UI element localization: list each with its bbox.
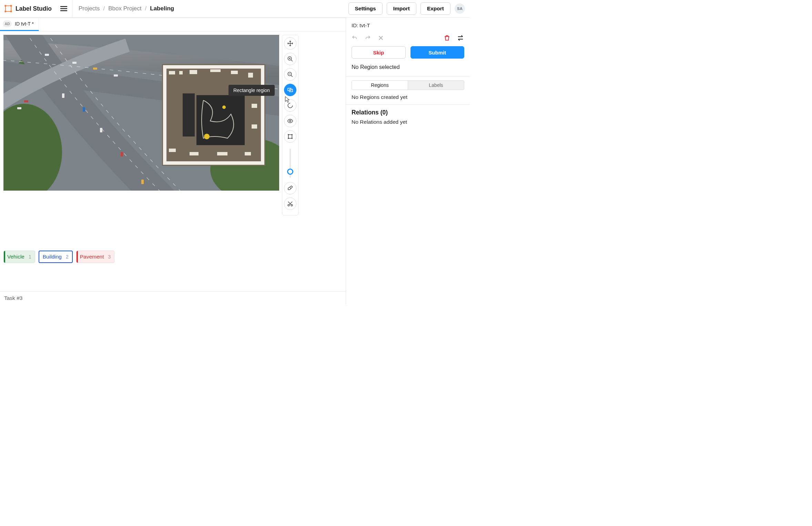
rectangle-tool[interactable]	[284, 84, 296, 96]
svg-point-27	[222, 105, 226, 109]
segment-regions[interactable]: Regions	[352, 81, 408, 90]
svg-rect-18	[121, 152, 123, 156]
svg-rect-22	[17, 107, 21, 109]
svg-rect-38	[217, 152, 227, 155]
label-pavement[interactable]: Pavement 3	[76, 251, 115, 263]
breadcrumb-current: Labeling	[150, 5, 174, 12]
label-vehicle[interactable]: Vehicle 1	[3, 251, 35, 263]
task-tab-label: ID tvt-T *	[15, 21, 34, 27]
svg-rect-54	[292, 138, 293, 139]
svg-point-26	[204, 134, 210, 139]
export-button[interactable]: Export	[420, 2, 450, 15]
loading-tool[interactable]	[284, 99, 296, 112]
no-regions-text: No Regions created yet	[346, 93, 470, 104]
breadcrumbs: Projects / Bbox Project / Labeling	[72, 5, 348, 12]
task-tab-row: AD ID tvt-T *	[0, 18, 346, 31]
svg-rect-35	[252, 124, 257, 129]
label-building[interactable]: Building 2	[39, 251, 73, 263]
label-vehicle-hotkey: 1	[29, 254, 31, 260]
tool-column	[282, 35, 298, 215]
svg-rect-37	[190, 152, 199, 155]
zoom-slider[interactable]	[290, 149, 291, 178]
svg-rect-29	[179, 71, 183, 74]
footer-task: Task #3	[0, 291, 346, 304]
no-relations-text: No Relations added yet	[346, 119, 470, 129]
top-bar: Label Studio Projects / Bbox Project / L…	[0, 0, 470, 18]
svg-rect-1	[4, 5, 6, 7]
label-vehicle-name: Vehicle	[7, 254, 24, 260]
svg-rect-0	[6, 6, 11, 12]
logo-block[interactable]: Label Studio	[3, 5, 55, 12]
svg-rect-25	[183, 93, 195, 136]
breadcrumb-projects[interactable]: Projects	[79, 5, 100, 12]
svg-rect-33	[248, 73, 253, 78]
move-tool[interactable]	[284, 37, 296, 50]
svg-rect-2	[10, 5, 12, 7]
bbox-tool[interactable]	[284, 130, 296, 143]
breadcrumb-separator: /	[145, 5, 147, 12]
svg-rect-19	[62, 93, 64, 98]
svg-rect-14	[93, 68, 97, 70]
label-building-hotkey: 2	[66, 254, 69, 260]
svg-rect-20	[141, 180, 144, 184]
svg-rect-50	[288, 135, 292, 139]
label-pavement-name: Pavement	[80, 254, 104, 260]
svg-line-45	[291, 75, 293, 77]
canvas-area: Rectangle region Vehicle 1 Building 2	[0, 31, 346, 304]
visibility-tool[interactable]	[284, 115, 296, 127]
user-avatar[interactable]: SA	[455, 3, 465, 14]
settings-button[interactable]: Settings	[348, 2, 383, 15]
swap-icon[interactable]	[457, 35, 464, 41]
svg-line-55	[290, 188, 291, 189]
task-id-label: ID: tvt-T	[352, 22, 464, 28]
svg-point-49	[290, 120, 291, 122]
svg-rect-3	[4, 11, 6, 12]
task-number-label: Task #3	[4, 295, 22, 301]
regions-labels-segment: Regions Labels	[352, 80, 464, 90]
svg-rect-28	[169, 71, 175, 74]
svg-rect-4	[10, 11, 12, 12]
undo-icon[interactable]	[352, 35, 358, 41]
hamburger-icon[interactable]	[60, 4, 68, 13]
svg-line-41	[291, 60, 293, 61]
svg-rect-16	[83, 107, 85, 112]
submit-button[interactable]: Submit	[410, 46, 465, 59]
skip-button[interactable]: Skip	[352, 46, 406, 59]
label-pavement-hotkey: 3	[108, 254, 111, 260]
logo-icon	[4, 5, 12, 12]
svg-rect-39	[245, 152, 251, 155]
svg-rect-34	[252, 104, 257, 108]
svg-rect-12	[45, 54, 49, 56]
svg-rect-21	[24, 100, 28, 102]
task-tab[interactable]: AD ID tvt-T *	[0, 18, 39, 31]
label-building-name: Building	[43, 254, 62, 260]
breadcrumb-project-name[interactable]: Bbox Project	[108, 5, 141, 12]
zoom-in-tool[interactable]	[284, 53, 296, 65]
import-button[interactable]: Import	[387, 2, 416, 15]
app-name: Label Studio	[16, 5, 52, 12]
svg-rect-30	[190, 70, 197, 74]
top-actions: Settings Import Export SA	[348, 2, 466, 15]
svg-rect-51	[288, 134, 289, 135]
cut-tool[interactable]	[284, 198, 296, 210]
svg-rect-53	[288, 138, 289, 139]
breadcrumb-separator: /	[103, 5, 105, 12]
side-panel: ID: tvt-T	[346, 18, 470, 304]
eraser-tool[interactable]	[284, 182, 296, 194]
zoom-out-tool[interactable]	[284, 68, 296, 81]
close-icon[interactable]	[378, 35, 384, 41]
svg-rect-52	[292, 134, 293, 135]
aerial-image[interactable]	[3, 35, 279, 191]
no-region-selected-label: No Region selected	[352, 64, 464, 70]
svg-rect-17	[100, 128, 102, 132]
segment-labels[interactable]: Labels	[408, 81, 464, 90]
redo-icon[interactable]	[365, 35, 371, 41]
workspace: AD ID tvt-T *	[0, 18, 346, 304]
svg-rect-13	[72, 62, 77, 64]
svg-rect-32	[231, 71, 238, 74]
trash-icon[interactable]	[444, 34, 450, 41]
svg-rect-15	[114, 74, 118, 77]
zoom-slider-thumb[interactable]	[287, 169, 293, 175]
labels-row: Vehicle 1 Building 2 Pavement 3	[3, 251, 114, 263]
svg-rect-31	[210, 69, 221, 72]
